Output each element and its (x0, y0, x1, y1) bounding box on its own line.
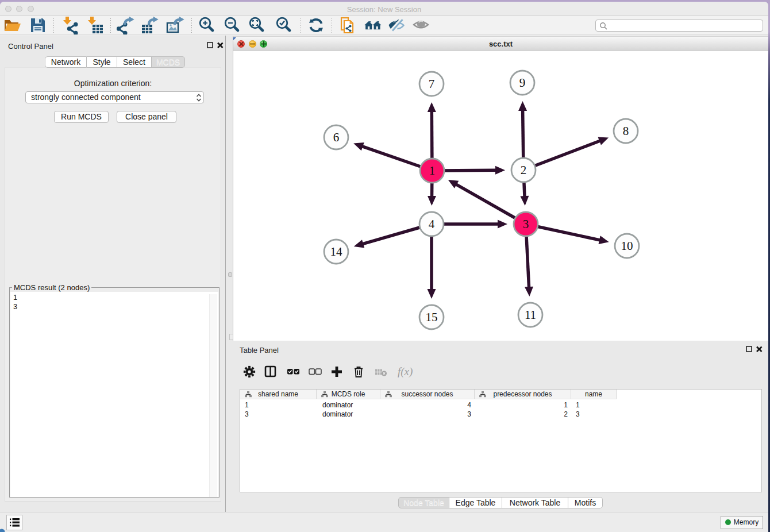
svg-text:8: 8 (623, 124, 629, 138)
svg-text:10: 10 (621, 239, 633, 253)
svg-text:3: 3 (523, 217, 529, 231)
svg-text:4: 4 (429, 217, 435, 231)
svg-text:14: 14 (330, 245, 343, 259)
svg-text:2: 2 (521, 163, 527, 177)
svg-text:15: 15 (426, 310, 438, 324)
svg-text:9: 9 (519, 76, 526, 90)
svg-text:11: 11 (525, 308, 536, 322)
svg-text:f(x): f(x) (398, 365, 413, 378)
svg-text:6: 6 (333, 130, 340, 144)
svg-text:1: 1 (429, 164, 436, 178)
svg-text:7: 7 (429, 77, 435, 91)
